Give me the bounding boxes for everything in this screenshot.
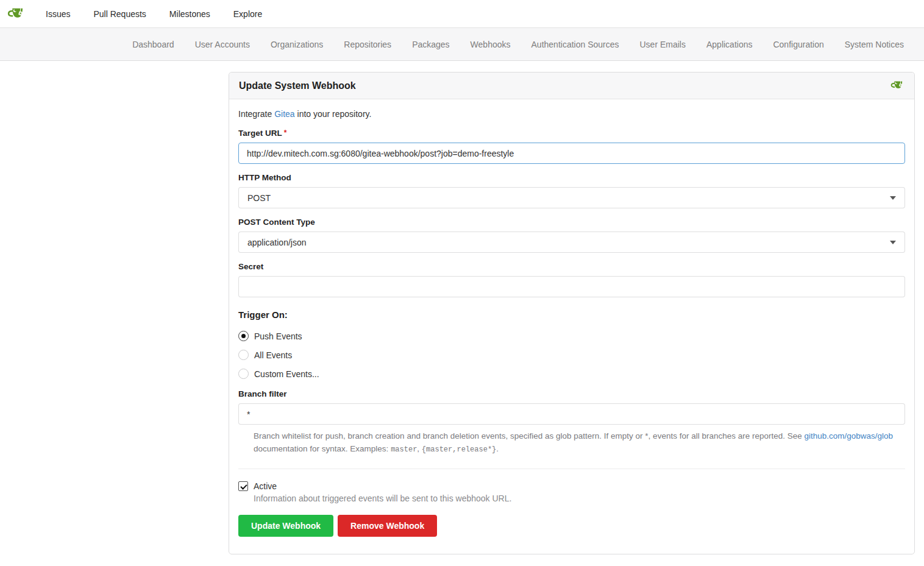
- active-checkbox-row[interactable]: Active: [238, 481, 905, 491]
- branch-filter-help: Branch whitelist for push, branch creati…: [238, 430, 905, 456]
- branch-filter-group: Branch filter Branch whitelist for push,…: [238, 389, 905, 456]
- http-method-group: HTTP Method POST: [238, 173, 905, 208]
- branch-filter-label: Branch filter: [238, 389, 905, 398]
- top-navbar: Issues Pull Requests Milestones Explore: [0, 0, 924, 28]
- secret-input[interactable]: [238, 276, 905, 297]
- panel-header: Update System Webhook: [229, 73, 914, 99]
- branch-filter-input[interactable]: [238, 403, 905, 425]
- remove-webhook-button[interactable]: Remove Webhook: [338, 515, 437, 537]
- http-method-value: POST: [247, 193, 271, 203]
- target-url-label: Target URL*: [238, 129, 905, 138]
- gobwas-glob-link[interactable]: github.com/gobwas/glob: [805, 431, 894, 440]
- webhook-type-gitea-icon: [890, 79, 904, 93]
- http-method-label: HTTP Method: [238, 173, 905, 182]
- secret-label: Secret: [238, 262, 905, 271]
- content-type-group: POST Content Type application/json: [238, 218, 905, 253]
- checkbox-icon: [238, 481, 248, 491]
- divider: [238, 469, 905, 469]
- topnav-item-issues[interactable]: Issues: [34, 0, 82, 28]
- button-row: Update Webhook Remove Webhook: [238, 515, 905, 537]
- target-url-input[interactable]: [238, 143, 905, 164]
- radio-custom-events-label: Custom Events...: [254, 369, 319, 379]
- active-label: Active: [254, 481, 277, 491]
- secret-group: Secret: [238, 262, 905, 297]
- radio-custom-events[interactable]: Custom Events...: [238, 369, 905, 379]
- tab-packages[interactable]: Packages: [402, 28, 460, 61]
- radio-button-icon: [238, 369, 249, 379]
- webhook-panel: Update System Webhook Integrate Gitea in…: [229, 72, 915, 554]
- admin-tab-bar: Dashboard User Accounts Organizations Re…: [0, 28, 924, 61]
- gitea-logo-icon[interactable]: [7, 5, 26, 23]
- content-type-label: POST Content Type: [238, 218, 905, 227]
- radio-push-events-label: Push Events: [254, 331, 302, 341]
- tab-webhooks[interactable]: Webhooks: [460, 28, 521, 61]
- gitea-link[interactable]: Gitea: [274, 109, 294, 119]
- tab-applications[interactable]: Applications: [696, 28, 763, 61]
- tab-organizations[interactable]: Organizations: [260, 28, 333, 61]
- intro-text: Integrate Gitea into your repository.: [238, 109, 905, 119]
- topnav-item-milestones[interactable]: Milestones: [158, 0, 222, 28]
- tab-authentication-sources[interactable]: Authentication Sources: [521, 28, 630, 61]
- main-content: Update System Webhook Integrate Gitea in…: [0, 72, 924, 554]
- radio-all-events[interactable]: All Events: [238, 350, 905, 360]
- content-type-select[interactable]: application/json: [238, 232, 905, 253]
- chevron-down-icon: [890, 196, 896, 200]
- radio-all-events-label: All Events: [254, 350, 292, 360]
- tab-system-notices[interactable]: System Notices: [834, 28, 914, 61]
- topnav-item-pull-requests[interactable]: Pull Requests: [82, 0, 157, 28]
- radio-button-icon: [238, 331, 249, 341]
- panel-body: Integrate Gitea into your repository. Ta…: [229, 99, 914, 554]
- tab-repositories[interactable]: Repositories: [333, 28, 402, 61]
- radio-button-icon: [238, 350, 249, 360]
- radio-push-events[interactable]: Push Events: [238, 331, 905, 341]
- required-asterisk: *: [284, 129, 287, 137]
- chevron-down-icon: [890, 241, 896, 244]
- tab-user-emails[interactable]: User Emails: [630, 28, 696, 61]
- tab-configuration[interactable]: Configuration: [762, 28, 834, 61]
- active-group: Active Information about triggered event…: [238, 481, 905, 503]
- topnav-item-explore[interactable]: Explore: [222, 0, 274, 28]
- page-title: Update System Webhook: [239, 80, 356, 91]
- update-webhook-button[interactable]: Update Webhook: [238, 515, 333, 537]
- http-method-select[interactable]: POST: [238, 187, 905, 208]
- tab-user-accounts[interactable]: User Accounts: [185, 28, 260, 61]
- tab-dashboard[interactable]: Dashboard: [122, 28, 185, 61]
- active-description: Information about triggered events will …: [254, 493, 905, 503]
- trigger-on-heading: Trigger On:: [238, 310, 905, 320]
- content-type-value: application/json: [247, 238, 307, 247]
- target-url-group: Target URL*: [238, 129, 905, 164]
